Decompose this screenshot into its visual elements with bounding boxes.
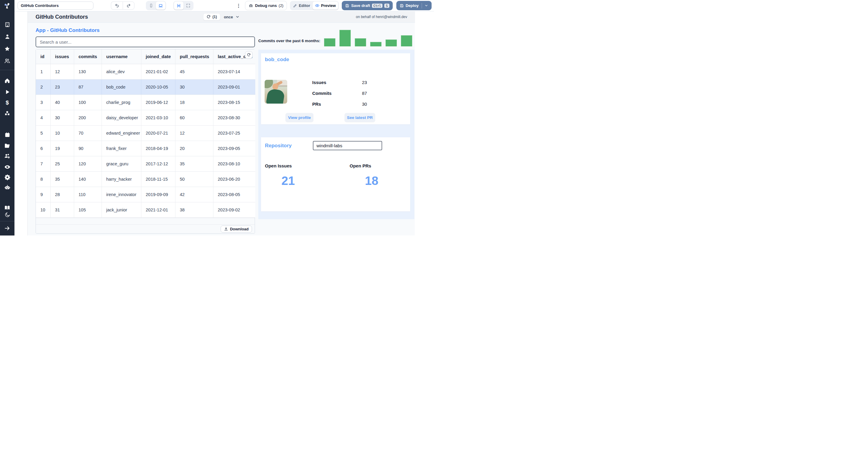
commit-bars [324, 30, 413, 46]
commit-bar [385, 39, 397, 46]
home-icon[interactable] [0, 78, 14, 84]
preview-label: Preview [321, 3, 336, 8]
center-layout-button[interactable] [174, 1, 184, 10]
see-latest-pr-button[interactable]: See latest PR [344, 113, 375, 122]
table-row[interactable]: 1031105jack_junior2021-12-01382023-09-02 [36, 202, 255, 217]
refresh-icon [207, 15, 211, 19]
refresh-count: (1) [213, 15, 217, 19]
undo-redo-group [111, 1, 134, 10]
layout-toggle [173, 1, 193, 10]
table-row[interactable]: 61990frank_fixer2018-04-19202023-09-05 [36, 141, 255, 156]
editor-label: Editor [299, 3, 310, 8]
chevron-down-icon [236, 15, 240, 19]
editor-tab[interactable]: Editor [290, 1, 313, 10]
preview-tab[interactable]: Preview [313, 1, 338, 10]
table-row[interactable]: 725120grace_guru2017-12-12352023-08-10 [36, 156, 255, 171]
dollar-icon[interactable]: $ [0, 99, 14, 106]
repo-input[interactable] [313, 143, 379, 148]
commits-chart-label: Commits over the past 6 months: [258, 38, 320, 43]
repo-input-wrap [313, 141, 382, 150]
pencil-icon [293, 4, 297, 8]
mobile-view-button[interactable] [147, 1, 156, 10]
deploy-divider [422, 3, 422, 8]
app-name-input[interactable] [18, 1, 93, 10]
boxes-icon[interactable] [0, 110, 14, 116]
user-card-title: bob_code [265, 57, 289, 63]
star-icon[interactable] [0, 46, 14, 52]
book-icon[interactable] [0, 205, 14, 211]
sidebar: $ [0, 0, 14, 236]
stat-commits: Commits 87 [312, 91, 403, 96]
save-draft-button[interactable]: Save draft CtrlS [342, 1, 393, 10]
contributors-table: id issues commits username joined_date p… [36, 49, 255, 234]
details-panel: bob_code Issues 23 Commits 87 PRs 30 Vie… [258, 50, 414, 219]
center-layout-icon [176, 3, 181, 8]
col-issues: issues [50, 49, 74, 64]
table-row[interactable]: 430200daisy_developer2021-03-10602023-08… [36, 110, 255, 125]
undo-icon [115, 3, 119, 8]
download-label: Download [230, 227, 249, 231]
table-header: id issues commits username joined_date p… [36, 49, 255, 64]
gear-icon[interactable] [0, 174, 14, 180]
col-id: id [36, 49, 50, 64]
eye-icon[interactable] [0, 164, 14, 170]
schedule-select[interactable]: once [224, 15, 240, 19]
redo-icon [126, 3, 131, 8]
open-issues-label: Open Issues [265, 163, 292, 168]
expand-icon [186, 3, 190, 8]
app-canvas: App - GitHub Contributors id issues comm… [28, 23, 415, 236]
device-toggle [146, 1, 166, 10]
folder-icon[interactable] [0, 143, 14, 149]
save-draft-label: Save draft [351, 3, 370, 8]
table-row[interactable]: 22387bob_code2020-10-05302023-09-01 [36, 79, 255, 95]
search-input[interactable] [36, 36, 255, 47]
open-prs-value: 18 [358, 174, 385, 188]
bot-icon[interactable] [0, 184, 14, 191]
table-row[interactable]: 928110irene_innovator2019-09-09422023-08… [36, 187, 255, 202]
contributors-tbody: 112130alice_dev2021-01-02452023-07-14 22… [36, 64, 255, 217]
stat-commits-value: 87 [362, 91, 367, 96]
user-icon[interactable] [0, 34, 14, 39]
table-refresh-icon [247, 53, 251, 57]
col-joined-date: joined_date [141, 49, 175, 64]
save-icon [345, 4, 349, 8]
arrow-right-icon[interactable] [0, 225, 14, 231]
user-card: bob_code Issues 23 Commits 87 PRs 30 Vie… [261, 53, 410, 124]
users-gear-icon[interactable] [0, 153, 14, 159]
fullscreen-button[interactable] [184, 1, 193, 10]
windmill-logo[interactable] [4, 2, 11, 10]
debug-runs-button[interactable]: Debug runs (2) [245, 1, 287, 10]
stat-issues-value: 23 [362, 80, 367, 85]
schedule-label: once [224, 15, 233, 19]
stat-prs-value: 30 [362, 101, 367, 107]
table-row[interactable]: 112130alice_dev2021-01-02452023-07-14 [36, 64, 255, 79]
download-button[interactable]: Download [221, 226, 252, 233]
stat-commits-label: Commits [312, 91, 362, 96]
commit-bar [355, 38, 366, 46]
users-icon[interactable] [0, 58, 14, 64]
deploy-button[interactable]: Deploy [396, 1, 432, 10]
repository-card: Repository Open Issues Open PRs 21 18 [261, 137, 410, 211]
redo-button[interactable] [123, 1, 134, 10]
table-footer-spacer [36, 218, 255, 224]
view-profile-button[interactable]: View profile [285, 113, 313, 122]
app-refresh-button[interactable]: (1) [203, 13, 220, 21]
preview-eye-icon [315, 3, 319, 8]
table-row[interactable]: 835140harry_hacker2018-11-15502023-06-20 [36, 171, 255, 187]
stat-prs-label: PRs [312, 101, 362, 107]
table-row[interactable]: 340100charlie_prog2019-06-12182023-08-15 [36, 95, 255, 110]
play-icon[interactable] [0, 89, 14, 95]
editor-topbar: ⋮ Debug runs (2) Editor Preview Save dra… [14, 0, 434, 11]
bug-icon [249, 3, 253, 8]
open-prs-label: Open PRs [350, 163, 371, 168]
moon-icon[interactable] [0, 212, 14, 218]
table-refresh-button[interactable] [245, 51, 253, 59]
calendar-icon[interactable] [0, 132, 14, 138]
desktop-view-button[interactable] [156, 1, 165, 10]
more-menu-button[interactable]: ⋮ [236, 3, 241, 8]
stat-issues: Issues 23 [312, 80, 403, 85]
table-row[interactable]: 51070edward_engineer2020-07-21122023-07-… [36, 125, 255, 141]
undo-button[interactable] [111, 1, 123, 10]
col-commits: commits [74, 49, 101, 64]
building-icon[interactable] [0, 22, 14, 27]
